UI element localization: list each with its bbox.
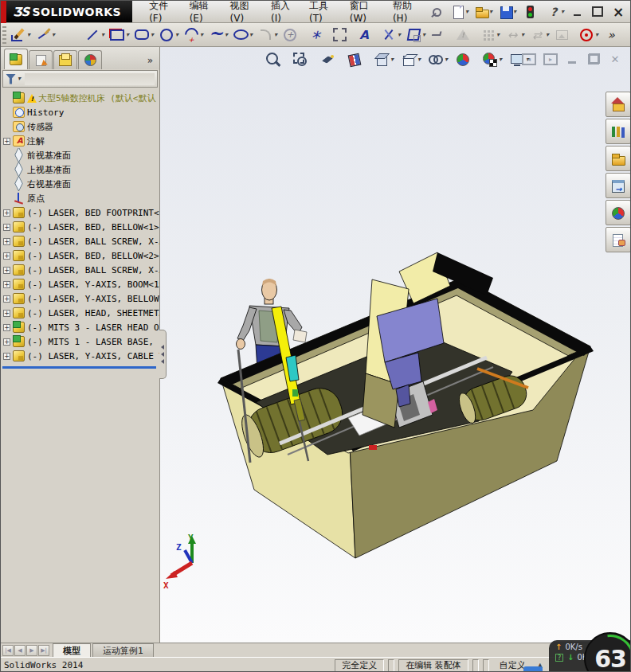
ellipse-icon[interactable]: ▾: [231, 25, 256, 45]
tree-row[interactable]: + 注解: [3, 134, 159, 148]
appearances-scenes-icon[interactable]: [606, 200, 631, 225]
tree-expander[interactable]: +: [3, 353, 10, 360]
tree-expander[interactable]: +: [3, 310, 10, 317]
displaymanager-tab[interactable]: [78, 50, 102, 69]
document-tab[interactable]: 运动算例1: [92, 643, 154, 657]
tree-expander[interactable]: +: [3, 252, 10, 260]
sketch-text-icon[interactable]: [355, 25, 379, 45]
sketch-icon[interactable]: ▾: [9, 25, 33, 45]
doc-close-icon[interactable]: [608, 53, 622, 65]
apply-scene-icon[interactable]: ▾: [480, 50, 505, 69]
tree-row[interactable]: + (-) LASER, BALL SCREW, X-A: [3, 234, 159, 248]
linear-pattern-icon[interactable]: ▾: [478, 25, 503, 45]
new-document-icon[interactable]: ▾: [449, 4, 472, 20]
view-selector-icon[interactable]: [318, 50, 343, 69]
tree-expander[interactable]: +: [3, 138, 10, 145]
offset-entities-icon[interactable]: [429, 25, 453, 45]
tab-nav-button[interactable]: |◀: [2, 645, 14, 656]
collapse-pane-left-icon[interactable]: ◂: [522, 53, 536, 65]
tree-row[interactable]: + 前视基准面: [3, 148, 159, 162]
move-entities-icon[interactable]: ▾: [503, 25, 527, 45]
modify-sketch-icon[interactable]: ▾: [527, 25, 552, 45]
arc-icon[interactable]: ▾: [182, 25, 206, 45]
convert-entities-icon[interactable]: ▾: [404, 25, 429, 45]
instant2d-icon[interactable]: ▾: [577, 25, 602, 45]
tree-row[interactable]: + (-) LASER, BED, BELLOW<2>: [3, 248, 159, 263]
separator[interactable]: [58, 25, 83, 45]
overlay-help-icon[interactable]: ?: [555, 654, 563, 662]
slot-icon[interactable]: ▾: [132, 25, 157, 45]
design-library-icon[interactable]: [606, 119, 631, 144]
toolbar-grip[interactable]: [2, 26, 6, 44]
view-orientation-icon[interactable]: ▾: [372, 50, 397, 69]
zoom-to-fit-icon[interactable]: [264, 50, 288, 69]
view-palette-icon[interactable]: [606, 173, 631, 198]
file-explorer-icon[interactable]: [606, 146, 631, 171]
toolbar-overflow-icon[interactable]: [602, 25, 626, 45]
filter-funnel-icon[interactable]: [6, 74, 16, 84]
tree-expander[interactable]: +: [3, 295, 10, 303]
trim-entities-icon[interactable]: ▾: [379, 25, 404, 45]
tree-row[interactable]: + (-) PART, SAMPLE, FRAME 7: [3, 363, 159, 365]
tab-nav-button[interactable]: ◀: [14, 645, 25, 656]
help-icon[interactable]: ▾: [545, 4, 568, 20]
graphics-viewport[interactable]: ▾ ▾ ▾ ▾: [160, 47, 631, 643]
restore-button[interactable]: [589, 5, 606, 19]
spline-icon[interactable]: ▾: [206, 25, 231, 45]
tree-expander[interactable]: +: [3, 209, 10, 217]
filter-input[interactable]: [25, 73, 155, 85]
tree-row[interactable]: + 右视基准面: [3, 177, 159, 191]
tree-row[interactable]: + 传感器: [3, 119, 159, 134]
tree-row[interactable]: + 上视基准面: [3, 162, 159, 177]
tree-expander[interactable]: +: [3, 281, 10, 288]
sketch-picture-icon[interactable]: [552, 25, 577, 45]
collapse-pane-right-icon[interactable]: ▸: [543, 53, 558, 65]
featuremanager-tab[interactable]: [4, 49, 28, 69]
save-icon[interactable]: ▾: [497, 4, 520, 20]
tree-row[interactable]: + (-) LASER, Y-AXIS, CABLE T: [3, 349, 159, 363]
tree-expander[interactable]: +: [3, 238, 10, 245]
propertymanager-tab[interactable]: [29, 50, 53, 69]
rebuild-traffic-light-icon[interactable]: [521, 4, 544, 20]
doc-minimize-icon[interactable]: [565, 53, 579, 65]
tree-row[interactable]: + 原点: [3, 191, 159, 205]
pin-menu-icon[interactable]: [430, 6, 441, 18]
configurationmanager-tab[interactable]: [53, 50, 77, 69]
open-document-icon[interactable]: ▾: [473, 4, 496, 20]
edit-appearance-icon[interactable]: [453, 50, 478, 69]
tree-row[interactable]: + 大型5轴数控机床 (默认<默认: [3, 91, 159, 105]
custom-properties-icon[interactable]: [606, 227, 631, 252]
tree-expander[interactable]: +: [3, 338, 10, 346]
taskbar-peek-icon[interactable]: [523, 666, 543, 672]
document-tab[interactable]: 模型: [53, 643, 91, 657]
circle-icon[interactable]: ▾: [157, 25, 182, 45]
sketch-warning-icon[interactable]: [453, 25, 478, 45]
tab-nav-button[interactable]: ▶: [26, 645, 37, 656]
selection-box-icon[interactable]: [330, 25, 355, 45]
tree-expander[interactable]: +: [3, 267, 10, 274]
tree-expander[interactable]: +: [3, 224, 10, 231]
section-view-icon[interactable]: [345, 50, 370, 69]
panel-splitter-handle[interactable]: [159, 330, 167, 379]
point-icon[interactable]: [305, 25, 330, 45]
solidworks-resources-icon[interactable]: [606, 92, 631, 117]
doc-restore-icon[interactable]: [586, 53, 601, 65]
tree-row[interactable]: + (-) LASER, BALL SCREW, X-A: [3, 263, 159, 277]
tree-row[interactable]: + (-) LASER, Y-AXIS, BELLOW<: [3, 291, 159, 306]
smart-dimension-icon[interactable]: ▾: [33, 25, 58, 45]
minimize-button[interactable]: [568, 5, 586, 19]
sketch-fillet-icon[interactable]: ▾: [256, 25, 280, 45]
tree-row[interactable]: + History: [3, 105, 159, 119]
tree-row[interactable]: + (-) LASER, Y-AXIS, BOOM<1>: [3, 277, 159, 291]
tree-row[interactable]: + (-) LASER, BED, BELLOW<1>: [3, 220, 159, 234]
zoom-to-area-icon[interactable]: [291, 50, 316, 69]
network-monitor-overlay[interactable]: ↑ 0K/s ? ↓ 0K/s 63: [549, 640, 631, 672]
close-button[interactable]: [609, 5, 627, 19]
display-style-icon[interactable]: ▾: [399, 50, 424, 69]
tab-nav-button[interactable]: ▶|: [38, 645, 49, 656]
tree-row[interactable]: + (-) LASER, HEAD, SHEETMETA: [3, 306, 159, 320]
tree-row[interactable]: + (-) MITS 3 - LASER HEAD OF: [3, 320, 159, 334]
tree-row[interactable]: + (-) LASER, BED FOOTPRINT<1: [3, 205, 159, 220]
hide-show-items-icon[interactable]: ▾: [426, 50, 451, 69]
rectangle-icon[interactable]: ▾: [108, 25, 132, 45]
